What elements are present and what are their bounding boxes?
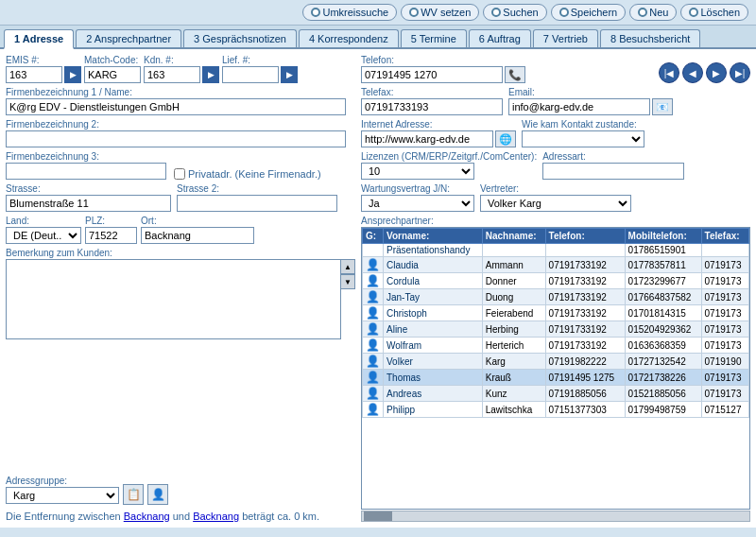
strasse2-input[interactable] <box>177 195 337 212</box>
emis-row: EMIS #: ▶ Match-Code: Kdn. #: ▶ Lief. #: <box>6 55 355 83</box>
cell-g: 👤 <box>363 402 384 418</box>
strasse-row: Strasse: Strasse 2: <box>6 183 355 212</box>
internet-wiekam-row: Internet Adresse: 🌐 Wie kam Kontakt zust… <box>361 119 750 147</box>
cell-g: 👤 <box>363 370 384 386</box>
bemerkung-textarea[interactable] <box>6 259 341 339</box>
adressgruppe-select[interactable]: Karg <box>6 487 119 504</box>
strasse-input[interactable] <box>6 195 171 212</box>
distance-to-link[interactable]: Backnang <box>193 511 239 522</box>
distance-from-link[interactable]: Backnang <box>124 511 170 522</box>
plz-input[interactable] <box>85 227 137 244</box>
telefax-label: Telefax: <box>361 87 503 97</box>
table-row[interactable]: 👤 Andreas Kunz 07191885056 01521885056 0… <box>363 386 749 402</box>
adressart-input[interactable] <box>542 163 684 180</box>
telefax-input[interactable] <box>361 98 503 115</box>
tab-besuchsbericht[interactable]: 8 Besuchsbericht <box>600 29 700 47</box>
radio-dot-icon <box>491 8 501 17</box>
adressgruppe-icon-btn1[interactable]: 📋 <box>123 484 144 505</box>
scroll-down-btn[interactable]: ▼ <box>340 274 355 289</box>
col-vorname: Vorname: <box>384 229 483 244</box>
match-code-input[interactable] <box>84 66 141 83</box>
firma2-input[interactable] <box>6 130 346 147</box>
nav-last-btn[interactable]: ▶| <box>730 62 750 83</box>
cell-g: 👤 <box>363 273 384 289</box>
radio-dot-icon <box>559 8 569 17</box>
tab-auftrag[interactable]: 6 Auftrag <box>469 29 531 47</box>
scroll-thumb[interactable] <box>364 511 392 521</box>
cell-mobil: 01786515901 <box>625 244 701 257</box>
telefax-email-row: Telefax: Email: 📧 <box>361 87 750 115</box>
radio-dot-icon <box>311 8 320 17</box>
table-row[interactable]: 👤 Aline Herbing 07191733192 015204929362… <box>363 321 749 338</box>
privatadr-row: Privatadr. (Keine Firmenadr.) <box>174 168 321 180</box>
tab-vertrieb[interactable]: 7 Vertrieb <box>533 29 598 47</box>
cell-telefon: 07191733192 <box>545 273 625 289</box>
kdn-nav-right[interactable]: ▶ <box>202 66 219 83</box>
lief-input[interactable] <box>222 66 279 83</box>
cell-mobil: 01521885056 <box>625 386 701 402</box>
cell-vorname: Jan-Tay <box>384 289 483 305</box>
privatadr-checkbox[interactable] <box>174 168 185 180</box>
vertreter-select[interactable]: Volker Karg <box>480 195 631 212</box>
cell-telefon: 07191495 1275 <box>545 370 625 386</box>
main-content: EMIS #: ▶ Match-Code: Kdn. #: ▶ Lief. #: <box>0 49 756 528</box>
wie-kam-select[interactable] <box>522 130 644 147</box>
table-row[interactable]: Präsentationshandy 01786515901 <box>363 244 749 257</box>
lief-nav-right[interactable]: ▶ <box>281 66 298 83</box>
loeschen-button[interactable]: Löschen <box>680 4 748 21</box>
emis-input[interactable] <box>6 66 62 83</box>
wartung-select[interactable]: Ja Nein <box>361 195 474 212</box>
ort-input[interactable] <box>141 227 254 244</box>
email-input[interactable] <box>508 98 650 115</box>
lizenzen-adressart-row: Lizenzen (CRM/ERP/Zeitgrf./ComCenter): 1… <box>361 151 750 180</box>
table-row[interactable]: 👤 Philipp Lawitschka 07151377303 0179949… <box>363 402 749 418</box>
speichern-button[interactable]: Speichern <box>551 4 627 21</box>
table-row[interactable]: 👤 Jan-Tay Duong 07191733192 017664837582… <box>363 289 749 305</box>
lizenzen-select[interactable]: 10 <box>361 163 474 180</box>
nav-prev-btn[interactable]: ◀ <box>682 62 703 83</box>
umkreissuche-button[interactable]: Umkreissuche <box>302 4 397 21</box>
firma3-input[interactable] <box>6 163 166 180</box>
table-row[interactable]: 👤 Volker Karg 07191982222 01727132542 07… <box>363 354 749 370</box>
cell-telefon <box>545 244 625 257</box>
table-row[interactable]: 👤 Christoph Feierabend 07191733192 01701… <box>363 305 749 321</box>
cell-fax: 0719173 <box>701 386 748 402</box>
wartung-vertreter-row: Wartungsvertrag J/N: Ja Nein Vertreter: … <box>361 183 750 212</box>
top-toolbar: Umkreissuche WV setzen Suchen Speichern … <box>0 0 756 26</box>
cell-mobil: 01799498759 <box>625 402 701 418</box>
telefon-input[interactable] <box>361 66 503 83</box>
telefon-label: Telefon: <box>361 55 525 65</box>
nav-first-btn[interactable]: |◀ <box>659 62 679 83</box>
left-panel: EMIS #: ▶ Match-Code: Kdn. #: ▶ Lief. #: <box>6 55 355 522</box>
firma1-input[interactable] <box>6 98 346 115</box>
scroll-up-btn[interactable]: ▲ <box>340 259 355 274</box>
cell-telefon: 07191885056 <box>545 386 625 402</box>
table-row[interactable]: 👤 Thomas Krauß 07191495 1275 01721738226… <box>363 370 749 386</box>
suchen-button[interactable]: Suchen <box>483 4 546 21</box>
internet-input[interactable] <box>361 130 493 147</box>
tab-gespraechsnotizen[interactable]: 3 Gesprächsnotizen <box>183 29 297 47</box>
emis-nav-right[interactable]: ▶ <box>64 66 81 83</box>
nav-circle-btns: |◀ ◀ ▶ ▶| <box>659 62 750 83</box>
land-select[interactable]: DE (Deut... <box>6 227 81 244</box>
ansprechpartner-section: Ansprechpartner: G: Vorname: Nachname: T… <box>361 216 750 522</box>
kdn-label: Kdn. #: <box>144 55 219 65</box>
tab-ansprechpartner[interactable]: 2 Ansprechpartner <box>76 29 181 47</box>
table-row[interactable]: 👤 Claudia Ammann 07191733192 01778357811… <box>363 257 749 273</box>
cell-nachname: Herbing <box>482 321 545 338</box>
internet-btn[interactable]: 🌐 <box>495 130 516 147</box>
wv-setzen-button[interactable]: WV setzen <box>401 4 479 21</box>
telefon-call-btn[interactable]: 📞 <box>505 66 525 83</box>
tab-termine[interactable]: 5 Termine <box>401 29 467 47</box>
table-scroll-bar[interactable] <box>361 511 750 522</box>
tab-adresse[interactable]: 1 Adresse <box>4 29 74 49</box>
table-row[interactable]: 👤 Cordula Donner 07191733192 01723299677… <box>363 273 749 289</box>
tab-korrespondenz[interactable]: 4 Korrespondenz <box>299 29 399 47</box>
nav-next-btn[interactable]: ▶ <box>706 62 727 83</box>
kdn-input[interactable] <box>144 66 200 83</box>
adressgruppe-icon-btn2[interactable]: 👤 <box>147 484 168 505</box>
cell-vorname: Christoph <box>384 305 483 321</box>
table-row[interactable]: 👤 Wolfram Herterich 07191733192 01636368… <box>363 338 749 354</box>
email-btn[interactable]: 📧 <box>652 98 673 115</box>
neu-button[interactable]: Neu <box>629 4 677 21</box>
